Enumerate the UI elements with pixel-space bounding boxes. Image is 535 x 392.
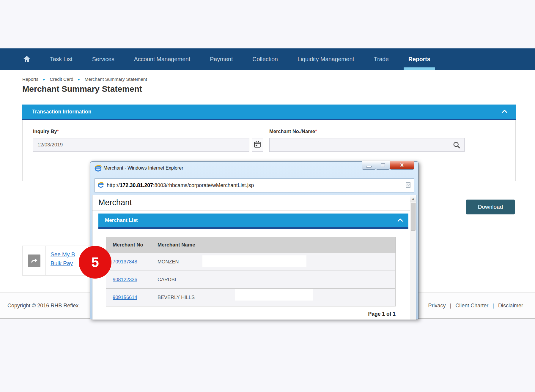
scrollbar-thumb[interactable]	[411, 203, 416, 231]
merchant-no-link[interactable]: 909156614	[113, 295, 137, 300]
internet-explorer-icon	[97, 182, 104, 189]
popup-scrollbar[interactable]: ▲	[410, 195, 416, 320]
quick-link-texts: See My B Bulk Pay	[46, 246, 75, 275]
annotation-step-badge: 5	[79, 246, 111, 279]
footer-link-privacy[interactable]: Privacy	[428, 303, 446, 309]
merchant-no-name-input[interactable]	[269, 138, 465, 152]
close-icon: X	[400, 162, 404, 168]
breadcrumb-merchant-summary[interactable]: Merchant Summary Statement	[85, 77, 147, 82]
nav-item-payment[interactable]: Payment	[210, 48, 233, 70]
footer-link-client-charter[interactable]: Client Charter	[455, 303, 488, 309]
collapse-chevron-icon[interactable]	[397, 218, 403, 223]
footer-links: Privacy | Client Charter | Disclaimer	[428, 293, 523, 318]
maximize-icon	[381, 163, 385, 167]
search-icon[interactable]	[453, 141, 461, 151]
calendar-button[interactable]	[252, 138, 263, 152]
maximize-button[interactable]	[376, 161, 390, 170]
merchant-name-cell: CARDBI	[151, 271, 396, 289]
merchant-no-link[interactable]: 709137848	[113, 259, 137, 264]
redaction-patch	[202, 255, 306, 267]
scroll-up-arrow-icon[interactable]: ▲	[410, 195, 416, 202]
panel-header-strip	[22, 119, 516, 120]
download-button[interactable]: Download	[466, 200, 515, 214]
merchant-no-name-label: Merchant No./Name*	[269, 129, 317, 134]
nav-item-task-list[interactable]: Task List	[50, 48, 73, 70]
calendar-icon	[254, 140, 261, 149]
redaction-patch	[235, 289, 313, 301]
screen: Task List Services Account Management Pa…	[0, 0, 535, 392]
address-bar[interactable]: http://172.30.81.207:8003/rhbcams/corpor…	[94, 178, 414, 192]
top-navbar: Task List Services Account Management Pa…	[0, 48, 535, 70]
table-header-row: Merchant No Merchant Name	[106, 237, 396, 253]
merchant-popup-window: Merchant - Windows Internet Explorer X h…	[90, 161, 418, 319]
see-my-link[interactable]: See My B	[51, 250, 75, 259]
merchant-list-title: Merchant List	[105, 217, 138, 223]
bulk-pay-link[interactable]: Bulk Pay	[51, 259, 75, 268]
internet-explorer-icon	[94, 165, 102, 173]
breadcrumb-arrow-icon: ▸	[43, 77, 45, 81]
share-arrow-icon	[28, 255, 40, 267]
close-button[interactable]: X	[390, 161, 414, 170]
breadcrumb-credit-card[interactable]: Credit Card	[50, 77, 73, 82]
col-merchant-name: Merchant Name	[151, 237, 396, 253]
popup-content: Merchant Merchant List Merchant No Merch…	[92, 195, 416, 320]
nav-item-liquidity-management[interactable]: Liquidity Management	[298, 48, 354, 70]
url-text: http://172.30.81.207:8003/rhbcams/corpor…	[107, 182, 254, 189]
pagination-text: Page 1 of 1	[106, 311, 396, 317]
breadcrumb-arrow-icon: ▸	[78, 77, 80, 81]
popup-heading: Merchant	[92, 195, 410, 211]
nav-home-button[interactable]	[23, 48, 30, 70]
copyright-text: Copyright © 2016 RHB Reflex.	[7, 293, 80, 318]
merchant-list-header[interactable]: Merchant List	[98, 214, 408, 227]
panel-title: Transaction Information	[32, 109, 91, 115]
merchant-no-link[interactable]: 908122336	[113, 277, 137, 282]
minimize-button[interactable]	[362, 161, 376, 170]
nav-item-trade[interactable]: Trade	[374, 48, 389, 70]
nav-item-services[interactable]: Services	[92, 48, 114, 70]
table-row: 908122336 CARDBI	[106, 271, 396, 289]
minimize-icon	[366, 166, 372, 167]
transaction-information-header[interactable]: Transaction Information	[22, 105, 516, 119]
breadcrumb: Reports ▸ Credit Card ▸ Merchant Summary…	[22, 77, 147, 82]
breadcrumb-reports[interactable]: Reports	[22, 77, 38, 82]
merchant-list-strip	[98, 227, 408, 229]
collapse-chevron-icon[interactable]	[502, 109, 507, 114]
inquiry-by-date-input[interactable]: 12/03/2019	[33, 138, 249, 152]
page-title: Merchant Summary Statement	[22, 84, 142, 94]
nav-item-collection[interactable]: Collection	[252, 48, 278, 70]
nav-item-account-management[interactable]: Account Management	[134, 48, 191, 70]
footer-link-disclaimer[interactable]: Disclaimer	[498, 303, 523, 309]
window-controls: X	[362, 161, 414, 170]
nav-item-reports[interactable]: Reports	[408, 48, 430, 70]
compatibility-view-icon[interactable]	[405, 182, 411, 189]
window-title: Merchant - Windows Internet Explorer	[103, 165, 183, 171]
inquiry-by-label: Inquiry By*	[33, 129, 59, 134]
quick-link-icon-cell	[23, 246, 46, 275]
home-icon	[23, 56, 30, 63]
col-merchant-no: Merchant No	[106, 237, 151, 253]
